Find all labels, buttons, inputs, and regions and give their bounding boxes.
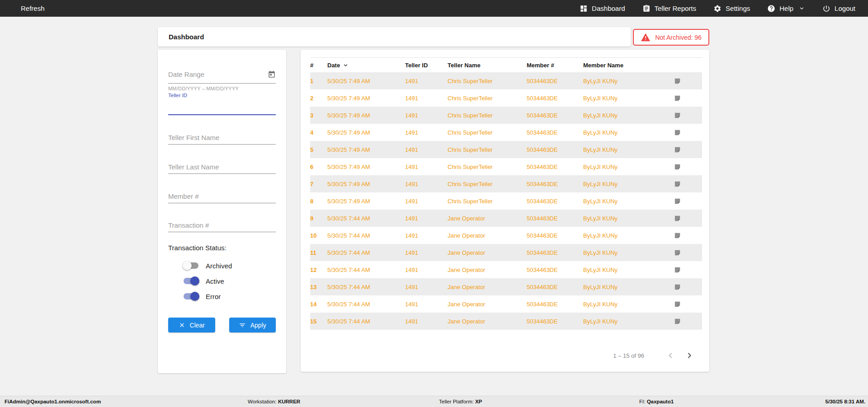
calendar-icon[interactable] <box>268 70 276 79</box>
cell-date: 5/30/25 7:44 AM <box>327 301 405 308</box>
note-icon[interactable] <box>674 163 681 171</box>
cell-member-name: ByLyJI KUNy <box>583 284 674 290</box>
refresh-button[interactable]: Refresh <box>17 5 45 12</box>
table-row[interactable]: 15/30/25 7:49 AM1491Chris SuperTeller503… <box>310 72 702 89</box>
clear-button[interactable]: Clear <box>168 318 215 332</box>
cell-date: 5/30/25 7:49 AM <box>327 78 405 84</box>
transactions-table-card: #DateTeller IDTeller NameMember #Member … <box>301 50 709 372</box>
cell-date: 5/30/25 7:44 AM <box>327 249 405 256</box>
note-cell <box>674 215 702 222</box>
column-header-date[interactable]: Date <box>327 62 405 69</box>
cell-member-number: 5034463DE <box>527 318 583 325</box>
table-row[interactable]: 65/30/25 7:49 AM1491Chris SuperTeller503… <box>310 158 702 175</box>
note-icon[interactable] <box>674 146 681 154</box>
teller-id-input[interactable] <box>168 104 276 112</box>
table-row[interactable]: 75/30/25 7:49 AM1491Chris SuperTeller503… <box>310 175 702 192</box>
nav-item-dashboard[interactable]: Dashboard <box>580 5 625 13</box>
cell-teller-id: 1491 <box>405 112 448 119</box>
table-row[interactable]: 35/30/25 7:49 AM1491Chris SuperTeller503… <box>310 107 702 124</box>
teller-last-name-input[interactable] <box>168 163 276 171</box>
note-icon[interactable] <box>674 77 681 85</box>
table-row[interactable]: 95/30/25 7:44 AM1491Jane Operator5034463… <box>310 210 702 227</box>
toggle-error[interactable] <box>183 292 199 301</box>
cell-teller-id: 1491 <box>405 95 448 102</box>
refresh-label: Refresh <box>21 5 45 12</box>
cell-teller-name: Jane Operator <box>448 267 527 273</box>
column-header-teller-id: Teller ID <box>405 62 448 69</box>
cell-row-number: 10 <box>310 232 327 239</box>
status-datetime: 5/30/25 8:31 AM. <box>826 399 865 404</box>
table-row[interactable]: 55/30/25 7:49 AM1491Chris SuperTeller503… <box>310 141 702 158</box>
filter-actions: Clear Apply <box>168 318 276 332</box>
status-bar: FiAdmin@Qaxpauto1.onmicrosoft.com Workst… <box>0 396 868 407</box>
note-cell <box>674 180 702 188</box>
cell-row-number: 1 <box>310 78 327 84</box>
date-format-hint: MM/DD/YYYY – MM/DD/YYYY <box>168 86 276 91</box>
note-icon[interactable] <box>674 318 681 325</box>
teller-first-name-input[interactable] <box>168 134 276 141</box>
note-icon[interactable] <box>674 266 681 274</box>
column-header-member-: Member # <box>527 62 583 69</box>
fi-value: Qaxpauto1 <box>647 399 674 404</box>
help-icon <box>767 5 775 13</box>
note-icon[interactable] <box>674 283 681 291</box>
apply-button-label: Apply <box>250 322 266 329</box>
cell-member-name: ByLyJI KUNy <box>583 129 674 136</box>
toggle-row-archived: Archived <box>168 258 276 273</box>
cell-member-number: 5034463DE <box>527 232 583 239</box>
cell-member-name: ByLyJI KUNy <box>583 198 674 205</box>
toggle-active[interactable] <box>183 276 199 285</box>
table-row[interactable]: 85/30/25 7:49 AM1491Chris SuperTeller503… <box>310 192 702 210</box>
chevron-right-icon <box>684 350 695 361</box>
table-row[interactable]: 135/30/25 7:44 AM1491Jane Operator503446… <box>310 278 702 295</box>
cell-teller-name: Jane Operator <box>448 301 527 308</box>
cell-member-number: 5034463DE <box>527 198 583 205</box>
nav-item-logout[interactable]: Logout <box>822 5 855 13</box>
next-page-button[interactable] <box>684 350 695 361</box>
table-row[interactable]: 125/30/25 7:44 AM1491Jane Operator503446… <box>310 261 702 278</box>
note-icon[interactable] <box>674 249 681 257</box>
cell-member-name: ByLyJI KUNy <box>583 249 674 256</box>
table-row[interactable]: 105/30/25 7:44 AM1491Jane Operator503446… <box>310 227 702 244</box>
cell-member-number: 5034463DE <box>527 112 583 119</box>
teller-first-name-field <box>168 126 276 145</box>
cell-date: 5/30/25 7:44 AM <box>327 232 405 239</box>
page-title: Dashboard <box>169 33 204 41</box>
toggle-archived[interactable] <box>183 261 199 270</box>
note-icon[interactable] <box>674 197 681 205</box>
page-header: Dashboard <box>158 27 631 47</box>
apply-button[interactable]: Apply <box>229 318 276 332</box>
table-row[interactable]: 45/30/25 7:49 AM1491Chris SuperTeller503… <box>310 124 702 141</box>
note-icon[interactable] <box>674 112 681 119</box>
member-number-input[interactable] <box>168 192 276 200</box>
table-row[interactable]: 155/30/25 7:44 AM1491Jane Operator503446… <box>310 313 702 330</box>
table-row[interactable]: 145/30/25 7:44 AM1491Jane Operator503446… <box>310 295 702 313</box>
cell-row-number: 9 <box>310 215 327 222</box>
nav-item-help[interactable]: Help <box>767 5 805 13</box>
previous-page-button[interactable] <box>665 350 676 361</box>
dashboard-icon <box>580 5 588 13</box>
note-icon[interactable] <box>674 300 681 308</box>
note-icon[interactable] <box>674 232 681 239</box>
date-range-input[interactable] <box>168 70 268 78</box>
transaction-number-input[interactable] <box>168 221 276 229</box>
table-row[interactable]: 115/30/25 7:44 AM1491Jane Operator503446… <box>310 244 702 261</box>
nav-item-settings[interactable]: Settings <box>713 5 750 13</box>
table-row[interactable]: 25/30/25 7:49 AM1491Chris SuperTeller503… <box>310 89 702 107</box>
note-icon[interactable] <box>674 180 681 188</box>
teller-last-name-field <box>168 156 276 174</box>
not-archived-badge[interactable]: Not Archived: 96 <box>633 29 709 46</box>
cell-member-name: ByLyJI KUNy <box>583 232 674 239</box>
cell-teller-name: Chris SuperTeller <box>448 164 527 170</box>
note-cell <box>674 232 702 239</box>
cell-member-number: 5034463DE <box>527 267 583 273</box>
cell-date: 5/30/25 7:44 AM <box>327 318 405 325</box>
settings-icon <box>713 5 722 13</box>
cell-member-name: ByLyJI KUNy <box>583 95 674 102</box>
note-icon[interactable] <box>674 215 681 222</box>
note-icon[interactable] <box>674 129 681 136</box>
cell-date: 5/30/25 7:49 AM <box>327 95 405 102</box>
cell-date: 5/30/25 7:44 AM <box>327 267 405 273</box>
note-icon[interactable] <box>674 94 681 102</box>
nav-item-teller-reports[interactable]: Teller Reports <box>642 5 697 13</box>
